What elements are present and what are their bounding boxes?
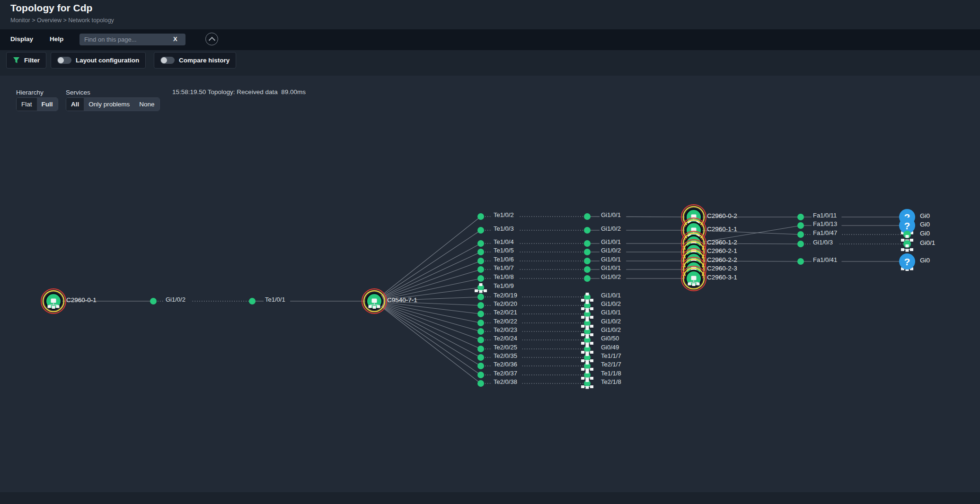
- port-dot[interactable]: [477, 320, 484, 326]
- port-dot[interactable]: [477, 275, 484, 282]
- port-dot[interactable]: [477, 363, 484, 369]
- port-dot[interactable]: [584, 266, 591, 273]
- port-dot[interactable]: [584, 275, 591, 282]
- port-dot[interactable]: [477, 266, 484, 273]
- port-label: Gi1/0/1: [601, 238, 621, 245]
- device-label: Gi0/1: [920, 239, 935, 246]
- port-label: Gi1/0/2: [601, 273, 621, 280]
- port-dot[interactable]: [477, 337, 484, 343]
- device-node-c9540-7-1[interactable]: [362, 289, 387, 313]
- port-label: Te1/0/9: [494, 282, 514, 289]
- device-node-c2960-0-1[interactable]: [41, 289, 66, 313]
- port-label: Te2/0/19: [494, 292, 517, 299]
- switch-icon: [691, 276, 697, 280]
- port-label: Te2/0/22: [494, 318, 517, 325]
- device-label: C2960-2-2: [707, 256, 737, 263]
- device-label: Gi0: [920, 257, 930, 264]
- port-label: Te2/0/20: [494, 300, 517, 307]
- port-label: Te1/0/3: [494, 225, 514, 232]
- port-label: Gi1/0/2: [601, 247, 621, 254]
- topology-graph: Gi1/0/2Te1/0/1Te1/0/2Te1/0/3Te1/0/4Te1/0…: [0, 0, 980, 504]
- topology-edge: [374, 230, 481, 301]
- switch-icon: [372, 299, 377, 303]
- port-dot[interactable]: [477, 227, 484, 234]
- port-dot[interactable]: [150, 298, 157, 304]
- port-dot[interactable]: [477, 346, 484, 352]
- port-dot[interactable]: [797, 241, 804, 247]
- question-mark-icon: ?: [904, 220, 910, 231]
- port-dot[interactable]: [477, 372, 484, 378]
- port-label: Gi1/0/2: [601, 318, 621, 325]
- port-label: Fa1/0/13: [813, 220, 837, 227]
- switch-icon: [51, 299, 56, 303]
- port-label: Te2/0/38: [494, 378, 517, 385]
- port-dot[interactable]: [477, 380, 484, 387]
- port-dot[interactable]: [584, 213, 591, 220]
- port-dot[interactable]: [797, 222, 804, 229]
- port-label: Fa1/0/47: [813, 229, 837, 236]
- device-label: C2960-3-1: [707, 274, 737, 281]
- device-label: C9540-7-1: [387, 296, 417, 304]
- port-label: Te2/0/23: [494, 326, 517, 333]
- port-label: Te2/1/8: [601, 378, 621, 385]
- device-label: C2960-1-1: [707, 226, 737, 233]
- port-label: Gi1/0/2: [601, 326, 621, 333]
- port-label: Te1/0/7: [494, 264, 514, 271]
- device-node-c2960-3-1[interactable]: [681, 266, 706, 291]
- device-label: Gi0: [920, 230, 930, 237]
- device-label: C2960-0-2: [707, 212, 737, 219]
- device-node-gi0[interactable]: ?: [899, 253, 915, 271]
- port-label: Te1/0/8: [494, 273, 514, 280]
- port-label: Te1/0/6: [494, 256, 514, 263]
- port-dot[interactable]: [477, 240, 484, 247]
- port-dot[interactable]: [249, 298, 256, 304]
- port-dot[interactable]: [584, 249, 591, 255]
- port-dot[interactable]: [584, 258, 591, 264]
- port-dot[interactable]: [477, 302, 484, 309]
- port-dot[interactable]: [477, 249, 484, 255]
- device-node-gi0/1[interactable]: [901, 240, 913, 252]
- port-dot[interactable]: [477, 213, 484, 220]
- topology-page: Topology for Cdp Monitor > Overview > Ne…: [0, 0, 980, 504]
- port-label: Te1/0/5: [494, 247, 514, 254]
- port-dot[interactable]: [477, 311, 484, 317]
- topology-edge: [374, 301, 481, 331]
- port-label: Gi1/0/3: [813, 239, 833, 246]
- port-label: Gi1/0/1: [601, 256, 621, 263]
- port-label: Fa1/0/41: [813, 256, 837, 263]
- port-dot[interactable]: [477, 328, 484, 335]
- device-label: C2960-1-2: [707, 239, 737, 246]
- port-dot[interactable]: [584, 240, 591, 247]
- port-dot[interactable]: [797, 258, 804, 265]
- device-label: C2960-0-1: [66, 296, 97, 304]
- topology-edge: [374, 217, 481, 301]
- port-label: Gi1/0/2: [166, 296, 185, 303]
- port-dot[interactable]: [797, 214, 804, 220]
- port-label: Te1/0/1: [265, 296, 285, 303]
- topology-edge: [374, 301, 481, 357]
- device-label: C2960-2-3: [707, 265, 737, 272]
- port-label: Te2/0/25: [494, 344, 517, 351]
- port-label: Te2/0/36: [494, 361, 517, 368]
- port-label: Te2/1/7: [601, 361, 621, 368]
- port-label: Gi0/49: [601, 344, 619, 351]
- port-dot[interactable]: [797, 231, 804, 238]
- port-label: Gi1/0/1: [601, 211, 621, 218]
- port-dot[interactable]: [477, 294, 484, 300]
- port-dot[interactable]: [477, 354, 484, 361]
- port-label: Te2/0/35: [494, 352, 517, 359]
- port-dot[interactable]: [584, 227, 591, 234]
- topology-edge: [374, 301, 481, 340]
- port-label: Gi1/0/1: [601, 264, 621, 271]
- port-dot[interactable]: [477, 258, 484, 264]
- topology-edge: [374, 301, 481, 349]
- port-label: Gi1/0/2: [601, 300, 621, 307]
- port-label: Gi1/0/1: [601, 292, 621, 299]
- device-label: Gi0: [920, 212, 930, 219]
- topology-edge: [374, 252, 481, 301]
- device-label: C2960-2-1: [707, 247, 737, 254]
- port-label: Te2/0/24: [494, 335, 517, 342]
- port-label: Te1/0/2: [494, 211, 514, 218]
- topology-edge: [374, 243, 481, 301]
- question-mark-icon: ?: [904, 256, 910, 267]
